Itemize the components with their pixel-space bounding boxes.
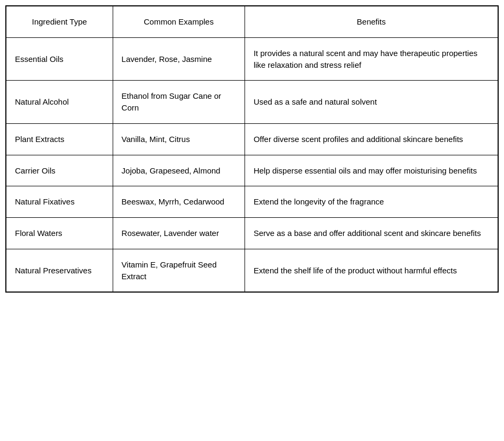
header-benefits: Benefits <box>245 6 498 38</box>
table-row: Natural AlcoholEthanol from Sugar Cane o… <box>6 81 498 124</box>
cell-examples: Rosewater, Lavender water <box>113 218 245 249</box>
cell-examples: Jojoba, Grapeseed, Almond <box>113 155 245 186</box>
cell-benefits: Extend the longevity of the fragrance <box>245 186 498 218</box>
cell-examples: Ethanol from Sugar Cane or Corn <box>113 81 245 124</box>
table-row: Essential OilsLavender, Rose, JasmineIt … <box>6 37 498 81</box>
cell-benefits: Help disperse essential oils and may off… <box>245 155 498 186</box>
header-examples: Common Examples <box>113 6 245 38</box>
cell-examples: Vanilla, Mint, Citrus <box>113 123 245 155</box>
cell-benefits: Used as a safe and natural solvent <box>245 81 498 124</box>
table-row: Floral WatersRosewater, Lavender waterSe… <box>6 218 498 249</box>
cell-type: Natural Fixatives <box>6 186 113 218</box>
table-row: Natural FixativesBeeswax, Myrrh, Cedarwo… <box>6 186 498 218</box>
table-row: Carrier OilsJojoba, Grapeseed, AlmondHel… <box>6 155 498 186</box>
cell-type: Natural Alcohol <box>6 81 113 124</box>
cell-examples: Vitamin E, Grapefruit Seed Extract <box>113 249 245 292</box>
cell-benefits: Extend the shelf life of the product wit… <box>245 249 498 292</box>
cell-type: Floral Waters <box>6 218 113 249</box>
cell-type: Essential Oils <box>6 37 113 81</box>
cell-benefits: Offer diverse scent profiles and additio… <box>245 123 498 155</box>
cell-benefits: It provides a natural scent and may have… <box>245 37 498 81</box>
ingredient-table: Ingredient Type Common Examples Benefits… <box>5 5 499 293</box>
cell-type: Plant Extracts <box>6 123 113 155</box>
cell-examples: Lavender, Rose, Jasmine <box>113 37 245 81</box>
cell-benefits: Serve as a base and offer additional sce… <box>245 218 498 249</box>
header-type: Ingredient Type <box>6 6 113 38</box>
table-header-row: Ingredient Type Common Examples Benefits <box>6 6 498 38</box>
table-row: Natural PreservativesVitamin E, Grapefru… <box>6 249 498 292</box>
cell-type: Natural Preservatives <box>6 249 113 292</box>
cell-examples: Beeswax, Myrrh, Cedarwood <box>113 186 245 218</box>
table-row: Plant ExtractsVanilla, Mint, CitrusOffer… <box>6 123 498 155</box>
cell-type: Carrier Oils <box>6 155 113 186</box>
